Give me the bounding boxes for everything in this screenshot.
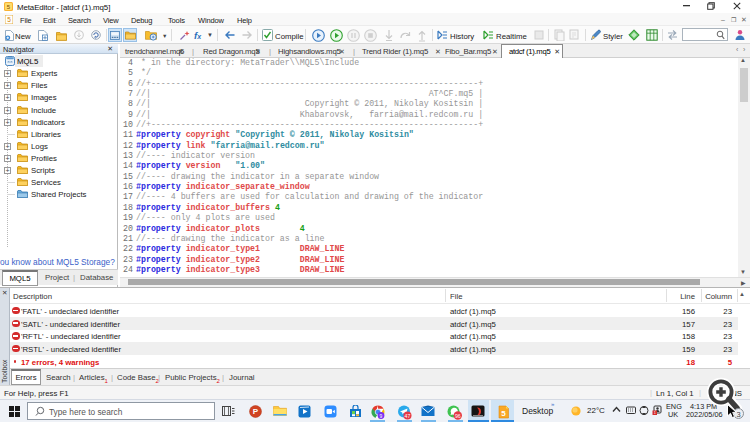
svg-text:9: 9: [380, 413, 383, 419]
svg-text:96: 96: [455, 413, 461, 419]
svg-text:5: 5: [501, 409, 506, 418]
svg-text:5: 5: [7, 16, 11, 23]
svg-text:1: 1: [654, 411, 656, 415]
svg-text:3: 3: [736, 410, 740, 419]
svg-text:47: 47: [405, 413, 411, 419]
svg-text:P: P: [253, 407, 259, 416]
